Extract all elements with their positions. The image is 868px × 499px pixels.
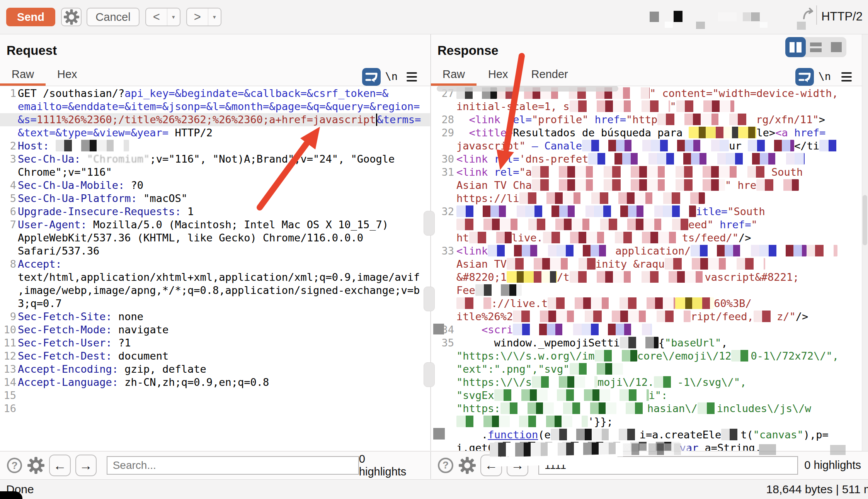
code-text: ),p= [803, 429, 829, 441]
code-row: 13Accept-Encoding: gzip, deflate [0, 363, 430, 376]
redaction-mosaic [475, 284, 522, 296]
scrollbar-thumb[interactable] [863, 195, 867, 245]
redaction-mosaic [721, 429, 740, 440]
code-row: eed" href=" [431, 218, 868, 231]
code-text: Sec-Fetch-Mode: [18, 324, 112, 336]
search-previous-button[interactable]: ← [49, 455, 70, 476]
line-number: 6 [0, 205, 16, 218]
layout-single-button[interactable] [826, 37, 846, 57]
redaction-mosaic [588, 153, 805, 165]
code-text: 3;q=0.7 [18, 297, 62, 309]
code-row: ://live.t60%3B/ [431, 297, 868, 310]
request-editor[interactable]: 1GET /southasian/?api_key=&begindate=&ca… [0, 86, 430, 451]
line-number [0, 126, 16, 139]
editor-menu-icon[interactable] [407, 72, 417, 84]
code-text: inity &raqu [596, 258, 665, 270]
redaction-mosaic [698, 402, 717, 414]
tab-request-raw[interactable]: Raw [0, 68, 46, 86]
redaction-mosaic [513, 311, 691, 322]
redacted-target-block [760, 22, 768, 28]
tab-request-hex[interactable]: Hex [46, 68, 89, 83]
request-search-input[interactable] [107, 456, 359, 475]
code-text: "http [626, 114, 657, 126]
search-settings-button[interactable] [459, 457, 476, 474]
pane-divider-grip[interactable] [424, 362, 435, 387]
code-text: function [488, 429, 538, 441]
code-row: emailto=&enddate=&item=&jsonp=&l=&month=… [0, 100, 430, 113]
layout-toggle [785, 37, 846, 57]
code-text: /> [739, 232, 751, 244]
line-number [0, 113, 16, 126]
code-text: Sec-Ch-Ua-Mobile: [18, 179, 124, 191]
code-text: "ext":".png","svg" [456, 363, 570, 375]
pane-divider-grip[interactable] [424, 287, 435, 311]
redaction-mosaic [620, 337, 659, 348]
code-text: South [771, 166, 803, 178]
code-row: 10Sec-Fetch-Mode: navigate [0, 323, 430, 336]
redaction-mosaic [570, 363, 624, 375]
editor-menu-icon[interactable] [841, 72, 852, 84]
line-number: 3 [0, 153, 16, 166]
code-row: Asian TVinity &raqu [431, 258, 868, 271]
line-number: 11 [0, 336, 16, 350]
redaction-mosaic [654, 376, 677, 388]
layout-rows-button[interactable] [806, 37, 826, 57]
code-text: i.getC [456, 442, 494, 451]
request-settings-button[interactable] [61, 8, 82, 26]
code-row: htlive.ts/feed/"/> [431, 231, 868, 244]
code-row: Asian TV Cha" hre [431, 179, 868, 192]
code-text: live. [512, 232, 543, 244]
search-settings-button[interactable] [27, 457, 44, 474]
tab-response-hex[interactable]: Hex [477, 68, 520, 83]
protocol-label[interactable]: HTTP/2 [821, 10, 863, 24]
curved-arrow-icon [802, 6, 815, 20]
repeater-window: { "toolbar": { "send": "Send", "cancel":… [0, 0, 868, 499]
code-row: "https:hasian\/includes\/js\/w [431, 402, 868, 415]
code-text: Sec-Ch-Ua-Platform: [18, 192, 137, 204]
line-number [431, 192, 454, 205]
code-text: &terms= [377, 114, 421, 126]
redacted-target-block [696, 22, 705, 29]
help-icon[interactable]: ? [7, 458, 22, 473]
code-text: User-Agent: [18, 219, 87, 231]
tab-response-raw[interactable]: Raw [431, 68, 477, 86]
show-newlines-toggle[interactable]: \n [818, 70, 831, 82]
code-row: 3;q=0.7 [0, 297, 430, 310]
line-number [431, 350, 454, 363]
pane-divider-grip[interactable] [424, 211, 435, 236]
code-text: 1111%26%2360;/title%26%2362;%26%2360;a+h… [37, 114, 376, 126]
cancel-button[interactable]: Cancel [87, 8, 140, 26]
code-row: "ext":".png","svg" [431, 363, 868, 376]
word-wrap-toggle[interactable] [362, 68, 381, 86]
code-row: 34 <scri [431, 323, 868, 336]
redacted-target-block [665, 22, 673, 28]
response-tabs: Raw Hex Render [431, 68, 580, 86]
code-text: (e [538, 429, 551, 441]
line-number: 14 [0, 376, 16, 389]
next-request-button[interactable]: > ▾ [186, 8, 221, 26]
scrollbar-track[interactable] [862, 34, 868, 479]
code-text: Accept-Language: [18, 376, 118, 388]
code-text: rel= [494, 166, 519, 178]
line-number: 29 [431, 126, 454, 139]
status-bar: Done 18,644 bytes | 511 m [0, 479, 868, 499]
redaction-mosaic [488, 245, 615, 256]
previous-request-button[interactable]: < ▾ [145, 8, 180, 26]
send-button[interactable]: Send [6, 8, 55, 26]
layout-columns-button[interactable] [785, 37, 806, 57]
help-icon[interactable]: ? [438, 458, 453, 473]
code-text: ht [456, 232, 469, 244]
line-number: 35 [431, 336, 454, 350]
search-next-button[interactable]: → [75, 455, 97, 476]
code-text: ?0 [124, 179, 143, 191]
request-title: Request [7, 43, 57, 58]
tab-response-render[interactable]: Render [520, 68, 580, 83]
word-wrap-toggle[interactable] [795, 68, 814, 86]
code-text: "svgEx [456, 389, 494, 401]
chevron-down-icon[interactable]: ▾ [208, 14, 221, 20]
chevron-down-icon[interactable]: ▾ [167, 14, 180, 20]
show-newlines-toggle[interactable]: \n [385, 70, 398, 82]
response-editor[interactable]: 27" content="width=device-width,initial-… [431, 86, 868, 451]
line-number: 15 [0, 389, 16, 402]
code-row: javascript" – Canaleur </ti [431, 139, 868, 153]
